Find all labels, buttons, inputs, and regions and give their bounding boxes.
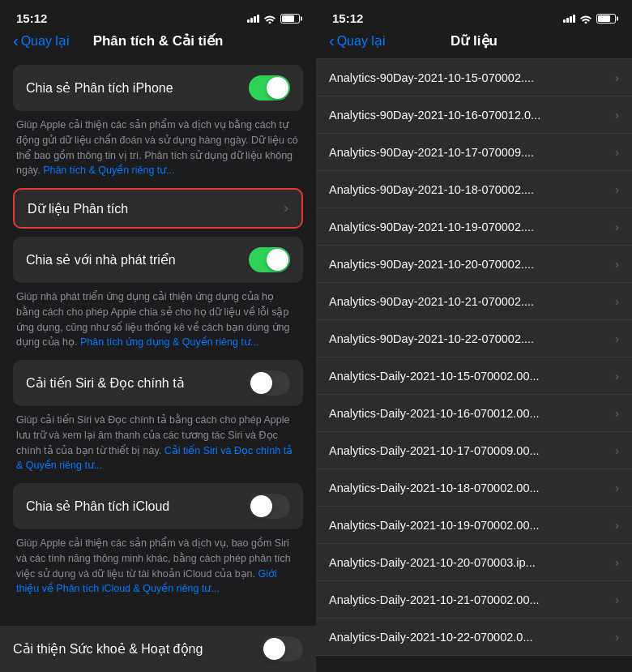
list-item-label: Analytics-90Day-2021-10-15-070002.... — [329, 71, 534, 84]
list-item[interactable]: Analytics-90Day-2021-10-22-070002.... › — [316, 320, 632, 357]
right-status-bar: 15:12 — [316, 0, 632, 30]
list-item-label: Analytics-Daily-2021-10-20-070003.ip... — [329, 556, 536, 569]
bottom-partial-label: Cải thiện Sức khoẻ & Hoạt động — [13, 641, 203, 657]
list-item-label: Analytics-Daily-2021-10-21-070002.00... — [329, 593, 540, 606]
list-item-label: Analytics-90Day-2021-10-22-070002.... — [329, 332, 534, 345]
list-item-chevron-icon: › — [615, 294, 619, 308]
toggle-improve-siri[interactable] — [249, 370, 290, 396]
list-item-label: Analytics-Daily-2021-10-19-070002.00... — [329, 519, 540, 532]
right-status-icons — [563, 14, 616, 24]
list-item-chevron-icon: › — [615, 406, 619, 420]
row-share-iphone-analytics-label: Chia sẻ Phân tích iPhone — [26, 80, 173, 96]
section-share-analytics: Chia sẻ Phân tích iPhone Giúp Apple cải … — [13, 65, 303, 180]
section-improve-siri: Cải tiến Siri & Đọc chính tả Giúp cải ti… — [13, 360, 303, 475]
list-item-chevron-icon: › — [615, 630, 619, 644]
list-item[interactable]: Analytics-90Day-2021-10-21-070002.... › — [316, 283, 632, 320]
right-time: 15:12 — [332, 11, 363, 25]
right-signal-icon — [563, 15, 575, 23]
left-back-chevron-icon: ‹ — [13, 32, 19, 49]
list-item-label: Analytics-90Day-2021-10-17-070009.... — [329, 146, 534, 159]
desc-share-icloud: Giúp Apple cải thiện các sản phẩm và dịc… — [13, 531, 303, 598]
list-item-label: Analytics-90Day-2021-10-18-070002.... — [329, 183, 534, 196]
list-item-chevron-icon: › — [615, 481, 619, 494]
right-nav-header: ‹ Quay lại Dữ liệu — [316, 30, 632, 58]
list-item-chevron-icon: › — [615, 182, 619, 196]
list-item[interactable]: Analytics-90Day-2021-10-15-070002.... › — [316, 58, 632, 96]
row-improve-siri-label: Cải tiến Siri & Đọc chính tả — [26, 375, 185, 391]
section-share-developer: Chia sẻ với nhà phát triển Giúp nhà phát… — [13, 237, 303, 352]
list-item-label: Analytics-Daily-2021-10-18-070002.00... — [329, 482, 540, 494]
desc-improve-siri: Giúp cải tiến Siri và Đọc chính tả bằng … — [13, 408, 303, 475]
bottom-partial-row[interactable]: Cải thiện Sức khoẻ & Hoạt động — [0, 626, 316, 672]
list-item[interactable]: Analytics-Daily-2021-10-16-070012.00... … — [316, 395, 632, 432]
list-item-chevron-icon: › — [615, 593, 619, 606]
list-item[interactable]: Analytics-90Day-2021-10-18-070002.... › — [316, 171, 632, 208]
right-nav-title: Dữ liệu — [451, 32, 497, 49]
list-item-label: Analytics-90Day-2021-10-16-070012.0... — [329, 109, 540, 122]
right-back-chevron-icon: ‹ — [329, 32, 335, 49]
left-panel: 15:12 ‹ Quay lại Phân tích & Cải tiến Ch… — [0, 0, 316, 672]
list-item[interactable]: Analytics-Daily-2021-10-15-070002.00... … — [316, 357, 632, 395]
right-back-label: Quay lại — [337, 33, 386, 49]
row-share-icloud-label: Chia sẻ Phân tích iCloud — [26, 499, 169, 514]
list-item[interactable]: Analytics-Daily-2021-10-20-070003.ip... … — [316, 544, 632, 581]
list-item-chevron-icon: › — [615, 257, 619, 271]
list-item-label: Analytics-Daily-2021-10-15-070002.00... — [329, 370, 540, 383]
section-share-icloud: Chia sẻ Phân tích iCloud Giúp Apple cải … — [13, 483, 303, 598]
list-item[interactable]: Analytics-90Day-2021-10-19-070002.... › — [316, 208, 632, 246]
link-icloud-privacy[interactable]: Giới thiệu về Phân tích iCloud & Quyền r… — [16, 568, 277, 595]
toggle-share-icloud[interactable] — [249, 494, 290, 519]
signal-icon — [247, 15, 259, 23]
list-item-chevron-icon: › — [615, 443, 619, 457]
toggle-health[interactable] — [262, 636, 303, 661]
row-share-developer-label: Chia sẻ với nhà phát triển — [26, 252, 176, 268]
list-item-label: Analytics-90Day-2021-10-21-070002.... — [329, 295, 534, 308]
row-improve-siri[interactable]: Cải tiến Siri & Đọc chính tả — [13, 360, 303, 406]
list-item-chevron-icon: › — [615, 220, 619, 233]
list-item[interactable]: Analytics-Daily-2021-10-21-070002.00... … — [316, 581, 632, 618]
battery-icon — [280, 14, 300, 24]
link-siri-privacy[interactable]: Cải tiến Siri và Đọc chính tả & Quyền ri… — [16, 445, 293, 472]
link-app-analytics-privacy[interactable]: Phân tích ứng dụng & Quyền riêng tư... — [80, 336, 258, 348]
list-item-chevron-icon: › — [615, 332, 619, 345]
left-back-button[interactable]: ‹ Quay lại — [13, 33, 69, 49]
toggle-share-developer[interactable] — [249, 247, 290, 272]
desc-share-developer: Giúp nhà phát triển ứng dụng cải thiện ứ… — [13, 285, 303, 352]
left-back-label: Quay lại — [21, 33, 70, 49]
list-item-label: Analytics-90Day-2021-10-20-070002.... — [329, 258, 534, 271]
right-wifi-icon — [579, 14, 592, 24]
list-item-label: Analytics-90Day-2021-10-19-070002.... — [329, 220, 534, 233]
list-item[interactable]: Analytics-Daily-2021-10-22-070002.0... › — [316, 618, 632, 656]
right-analytics-list: Analytics-90Day-2021-10-15-070002.... › … — [316, 58, 632, 672]
list-item[interactable]: Analytics-Daily-2021-10-17-070009.00... … — [316, 432, 632, 469]
list-item[interactable]: Analytics-Daily-2021-10-19-070002.00... … — [316, 507, 632, 544]
left-status-icons — [247, 14, 300, 24]
list-item[interactable]: Analytics-90Day-2021-10-17-070009.... › — [316, 134, 632, 171]
left-status-bar: 15:12 — [0, 0, 316, 30]
list-item-chevron-icon: › — [615, 518, 619, 532]
right-back-button[interactable]: ‹ Quay lại — [329, 33, 385, 49]
toggle-share-iphone-analytics[interactable] — [249, 75, 290, 101]
row-analytics-data[interactable]: Dữ liệu Phân tích › — [13, 188, 303, 229]
row-share-icloud[interactable]: Chia sẻ Phân tích iCloud — [13, 483, 303, 529]
list-item[interactable]: Analytics-90Day-2021-10-20-070002.... › — [316, 246, 632, 283]
wifi-icon — [263, 14, 276, 24]
list-item-chevron-icon: › — [615, 555, 619, 569]
right-battery-icon — [596, 14, 616, 24]
list-item[interactable]: Analytics-Daily-2021-10-18-070002.00... … — [316, 469, 632, 507]
list-item-label: Analytics-Daily-2021-10-16-070012.00... — [329, 407, 540, 420]
list-item-chevron-icon: › — [615, 369, 619, 383]
left-time: 15:12 — [16, 11, 47, 25]
list-item[interactable]: Analytics-90Day-2021-10-16-070012.0... › — [316, 96, 632, 134]
row-share-developer[interactable]: Chia sẻ với nhà phát triển — [13, 237, 303, 283]
list-item-chevron-icon: › — [615, 108, 619, 122]
list-item-label: Analytics-Daily-2021-10-22-070002.0... — [329, 631, 532, 644]
left-nav-title: Phân tích & Cải tiến — [93, 32, 224, 49]
list-item-label: Analytics-Daily-2021-10-17-070009.00... — [329, 444, 540, 457]
list-item-chevron-icon: › — [615, 145, 619, 159]
section-analytics-data: Dữ liệu Phân tích › — [13, 188, 303, 229]
row-analytics-data-label: Dữ liệu Phân tích — [28, 201, 128, 216]
row-share-iphone-analytics[interactable]: Chia sẻ Phân tích iPhone — [13, 65, 303, 111]
link-analytics-privacy[interactable]: Phân tích & Quyền riêng tư... — [43, 165, 175, 176]
right-panel: 15:12 ‹ Quay lại Dữ liệu Analytics-90Day… — [316, 0, 632, 672]
